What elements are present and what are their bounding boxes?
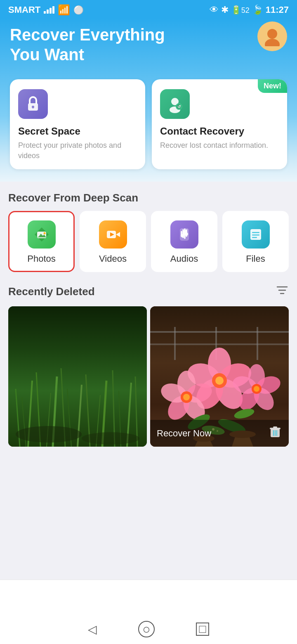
svg-point-42	[82, 432, 139, 445]
recently-deleted-title: Recently Deleted	[8, 285, 95, 298]
svg-point-0	[267, 29, 277, 39]
header-area: Recover EverythingYou Want Secret Space …	[0, 18, 297, 182]
secret-space-title: Secret Space	[18, 125, 137, 137]
photo-grid: Recover Now	[8, 306, 289, 447]
svg-point-55	[215, 376, 224, 385]
svg-text:↺: ↺	[177, 104, 181, 109]
svg-marker-15	[116, 232, 120, 237]
files-scan-icon	[242, 220, 270, 249]
main-content: Recover From Deep Scan Photos	[0, 182, 297, 447]
svg-rect-23	[252, 237, 257, 238]
bluetooth-icon: ✱	[221, 5, 229, 15]
svg-rect-45	[150, 343, 289, 345]
audios-label: Audios	[170, 253, 198, 264]
svg-point-18	[181, 234, 184, 237]
contact-recovery-icon: ↺	[160, 89, 190, 119]
wifi-icon: 📶	[58, 4, 70, 16]
svg-rect-4	[33, 107, 33, 109]
svg-point-13	[43, 232, 45, 234]
svg-point-69	[254, 386, 259, 392]
svg-rect-21	[252, 232, 259, 233]
scan-item-photos[interactable]: Photos	[8, 211, 75, 272]
status-left: SMART 📶 ⚪	[8, 4, 84, 16]
secret-space-icon	[18, 89, 48, 119]
videos-scan-icon	[99, 220, 127, 249]
audios-scan-icon	[170, 220, 198, 249]
recover-overlay[interactable]: Recover Now	[150, 420, 289, 447]
secret-space-desc: Protect your private photos and videos	[18, 140, 137, 161]
new-badge: New!	[258, 79, 287, 93]
secret-space-card[interactable]: Secret Space Protect your private photos…	[10, 79, 145, 169]
time-display: 11:27	[266, 5, 289, 15]
signal-icon	[44, 6, 54, 14]
scan-item-files[interactable]: Files	[222, 211, 289, 272]
avatar-button[interactable]	[257, 21, 287, 51]
recover-bin-icon	[268, 425, 282, 442]
svg-rect-48	[257, 327, 258, 360]
scan-item-videos[interactable]: Videos	[80, 211, 146, 272]
status-right: 👁 ✱ 🔋52 🍃 11:27	[210, 5, 289, 15]
recently-deleted-header: Recently Deleted	[8, 284, 289, 300]
deep-scan-title: Recover From Deep Scan	[8, 192, 289, 204]
svg-rect-44	[150, 331, 289, 333]
photos-label: Photos	[27, 253, 56, 264]
recover-now-label: Recover Now	[157, 428, 211, 439]
carrier-name: SMART	[8, 5, 40, 15]
scan-item-audios[interactable]: Audios	[151, 211, 217, 272]
svg-rect-22	[252, 234, 259, 236]
svg-point-19	[185, 232, 188, 236]
avatar-icon	[262, 26, 282, 46]
svg-point-41	[16, 426, 82, 443]
videos-label: Videos	[99, 253, 127, 264]
svg-point-62	[183, 394, 190, 400]
photos-scan-icon	[28, 220, 56, 249]
photo-item-grass[interactable]	[8, 306, 147, 447]
home-button[interactable]: ○	[138, 621, 155, 637]
photo-item-flowers[interactable]: Recover Now	[150, 306, 289, 447]
svg-point-1	[265, 39, 280, 46]
filter-icon	[276, 284, 289, 297]
recent-apps-button[interactable]: □	[196, 623, 209, 636]
contact-recovery-desc: Recover lost contact information.	[160, 140, 279, 151]
status-bar: SMART 📶 ⚪ 👁 ✱ 🔋52 🍃 11:27	[0, 0, 297, 18]
gesture-bar: ◁ ○ □	[0, 580, 297, 644]
feature-cards: Secret Space Protect your private photos…	[10, 79, 287, 169]
filter-button[interactable]	[276, 284, 289, 300]
scan-grid: Photos Videos	[8, 211, 289, 272]
back-button[interactable]: ◁	[88, 623, 97, 636]
contact-recovery-title: Contact Recovery	[160, 125, 279, 137]
svg-rect-46	[174, 327, 176, 360]
notification-icon: ⚪	[73, 5, 84, 15]
header-title: Recover EverythingYou Want	[10, 18, 175, 79]
files-label: Files	[246, 253, 265, 264]
eye-icon: 👁	[210, 5, 219, 15]
leaf-icon: 🍃	[252, 5, 263, 15]
svg-rect-81	[273, 426, 277, 428]
contact-recovery-card[interactable]: New! ↺ Contact Recovery Recover lost con…	[152, 79, 287, 169]
battery-icon: 🔋52	[231, 5, 250, 15]
